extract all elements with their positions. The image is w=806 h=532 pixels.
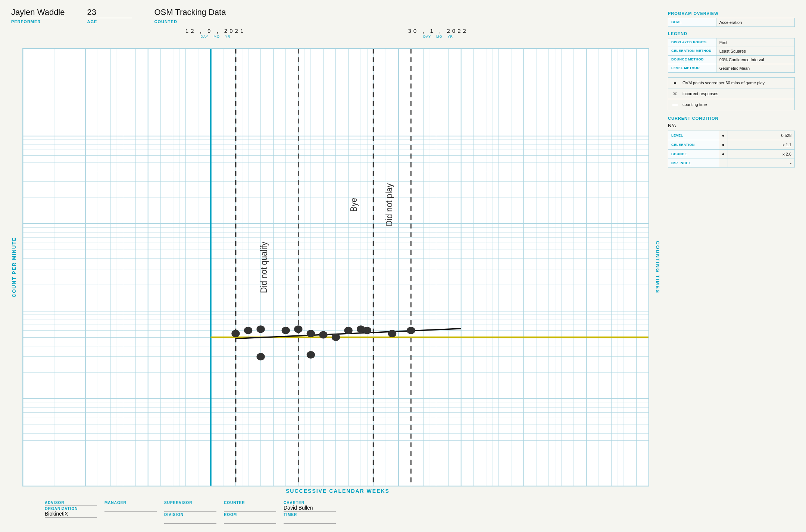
legend-dot-text: OVM points scored per 60 mins of game pl… [682,81,765,85]
bounce-method-row: BOUNCE METHOD 90% Confidence Interval [668,56,795,64]
supervisor-field: SUPERVISOR DIVISION [164,501,224,525]
program-overview-title: PROGRAM OVERVIEW [668,11,795,16]
bottom-fields: ADVISOR ORGANIZATION BiokinetiX MANAGER … [45,501,631,525]
displayed-points-row: DISPLAYED POINTS First [668,38,795,47]
celeration-value: x 1.1 [728,140,794,150]
goal-value: Acceleration [716,18,794,27]
room-value [224,517,276,524]
chart-area: Did not qualify Did not play Bye [22,48,649,486]
imp-index-icon [719,159,728,168]
x-axis-label: SUCCESSIVE CALENDAR WEEKS [45,488,631,494]
timer-label: TIMER [284,513,336,517]
date-label-2: 30 , 1 , 2022 DAY MO YR [408,28,468,38]
program-overview-section: PROGRAM OVERVIEW GOAL Acceleration [668,11,795,27]
bounce-label: BOUNCE [668,150,719,159]
imp-index-value: - [728,159,794,168]
counter-field: COUNTER ROOM [224,501,284,525]
legend-dash-text: counting time [682,102,707,107]
counted-field: OSM Tracking Data COUNTED [154,7,226,24]
age-label: AGE [87,19,132,24]
room-label: ROOM [224,513,276,517]
division-label: DIVISION [164,513,216,517]
charter-value: David Bullen [284,505,336,512]
imp-index-label: IMP. INDEX [668,159,719,168]
charter-field: CHARTER David Bullen TIMER [284,501,343,525]
svg-point-109 [388,330,396,337]
supervisor-value [164,505,216,512]
chart-wrapper: 12 , 9 , 2021 DAY MO YR 30 , 1 , 2022 DA… [11,28,660,525]
counted-label: COUNTED [154,19,226,24]
svg-point-111 [256,353,265,360]
date2-sub: DAY MO YR [423,35,453,38]
charter-label: CHARTER [284,501,336,505]
imp-index-row: IMP. INDEX - [668,159,795,168]
advisor-field: ADVISOR ORGANIZATION BiokinetiX [45,501,104,525]
celeration-label: CELERATION [668,140,719,150]
current-condition-na: N/A [668,123,795,128]
svg-point-98 [231,330,240,337]
timer-value [284,517,336,524]
counter-value [224,505,276,512]
celeration-method-label: CELERATION METHOD [668,47,716,56]
division-value [164,517,216,524]
svg-point-112 [307,351,315,359]
counted-value: OSM Tracking Data [154,7,226,18]
header: Jaylen Waddle PERFORMER 23 AGE OSM Track… [11,7,660,24]
supervisor-label: SUPERVISOR [164,501,216,505]
age-value: 23 [87,7,132,18]
manager-label: MANAGER [104,501,157,505]
svg-point-104 [319,331,327,338]
svg-point-108 [363,327,371,334]
svg-point-103 [307,330,315,337]
date1-sub: DAY MO YR [201,35,231,38]
svg-text:Bye: Bye [349,198,359,212]
svg-text:Did not play: Did not play [384,183,394,226]
date1-value: 12 , 9 , 2021 [185,28,246,34]
legend-icons-box: ● OVM points scored per 60 mins of game … [668,77,795,110]
right-panel: PROGRAM OVERVIEW GOAL Acceleration LEGEN… [668,7,795,525]
svg-point-101 [282,327,290,334]
x-icon: ✕ [671,91,679,97]
performer-value: Jaylen Waddle [11,7,65,18]
celeration-dot-icon: ● [719,140,728,150]
advisor-label: ADVISOR [45,501,97,505]
celeration-row: CELERATION ● x 1.1 [668,140,795,150]
program-overview-table: GOAL Acceleration [668,18,795,27]
svg-point-100 [256,325,265,333]
svg-point-110 [407,327,415,334]
level-method-row: LEVEL METHOD Geometric Mean [668,64,795,73]
svg-point-99 [244,327,252,334]
goal-row: GOAL Acceleration [668,18,795,27]
legend-dash-row: — counting time [668,99,794,110]
current-condition-section: CURRENT CONDITION N/A LEVEL ● 0.528 CELE… [668,116,795,168]
current-condition-title: CURRENT CONDITION [668,116,795,121]
dot-icon: ● [671,80,679,86]
footer-labels: SUCCESSIVE CALENDAR WEEKS ADVISOR ORGANI… [45,486,631,525]
advisor-value [45,505,97,506]
condition-table: LEVEL ● 0.528 CELERATION ● x 1.1 BOUNCE … [668,131,795,168]
chart-svg: Did not qualify Did not play Bye [23,48,649,486]
organization-label: ORGANIZATION [45,507,97,511]
manager-field: MANAGER [104,501,164,525]
date2-value: 30 , 1 , 2022 [408,28,468,34]
manager-value [104,505,157,512]
right-axis-label: COUNTING TIMES [652,48,660,486]
legend-title: LEGEND [668,31,795,36]
svg-text:Did not qualify: Did not qualify [259,241,269,293]
svg-point-106 [344,327,352,334]
legend-x-text: incorrect responses [682,91,718,96]
level-dot-icon: ● [719,131,728,140]
dash-icon: — [671,101,679,107]
performer-field: Jaylen Waddle PERFORMER [11,7,65,24]
y-axis-label: COUNT PER MINUTE [11,48,19,486]
displayed-points-label: DISPLAYED POINTS [668,38,716,47]
level-method-value: Geometric Mean [716,64,794,73]
level-method-label: LEVEL METHOD [668,64,716,73]
legend-x-row: ✕ incorrect responses [668,88,794,99]
performer-label: PERFORMER [11,19,65,24]
bounce-value: x 2.6 [728,150,794,159]
svg-point-105 [332,334,340,341]
displayed-points-value: First [716,38,794,47]
goal-label: GOAL [668,18,716,27]
level-value: 0.528 [728,131,794,140]
